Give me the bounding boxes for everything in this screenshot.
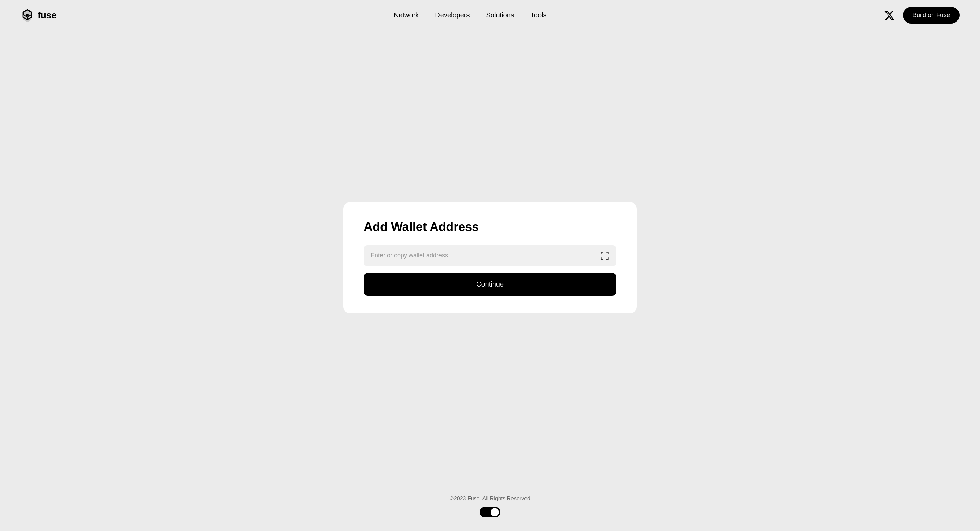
logo[interactable]: fuse — [21, 8, 57, 22]
nav-item-tools[interactable]: Tools — [531, 11, 547, 19]
scan-qr-button[interactable] — [598, 250, 611, 262]
toggle-thumb — [491, 508, 499, 516]
footer-copyright: ©2023 Fuse. All Rights Reserved — [7, 496, 973, 502]
wallet-address-input[interactable] — [364, 245, 616, 266]
logo-text: fuse — [38, 10, 57, 21]
main-content: Add Wallet Address Continue — [0, 30, 980, 485]
header-right: Build on Fuse — [884, 7, 959, 24]
toggle-wrapper — [7, 507, 973, 517]
nav-item-network[interactable]: Network — [394, 11, 419, 19]
nav-item-solutions[interactable]: Solutions — [486, 11, 514, 19]
header: fuse Network Developers Solutions Tools … — [0, 0, 980, 30]
main-nav: Network Developers Solutions Tools — [394, 11, 547, 19]
build-on-fuse-button[interactable]: Build on Fuse — [903, 7, 959, 24]
dark-mode-toggle[interactable] — [480, 507, 500, 517]
nav-item-developers[interactable]: Developers — [435, 11, 469, 19]
fuse-logo-icon — [21, 8, 34, 22]
scan-qr-icon — [600, 251, 609, 260]
card-title: Add Wallet Address — [364, 220, 616, 234]
svg-point-1 — [26, 14, 29, 16]
wallet-card: Add Wallet Address Continue — [343, 202, 637, 314]
twitter-icon[interactable] — [884, 10, 895, 21]
continue-button[interactable]: Continue — [364, 273, 616, 296]
wallet-input-wrapper — [364, 245, 616, 266]
footer: ©2023 Fuse. All Rights Reserved — [0, 485, 980, 531]
